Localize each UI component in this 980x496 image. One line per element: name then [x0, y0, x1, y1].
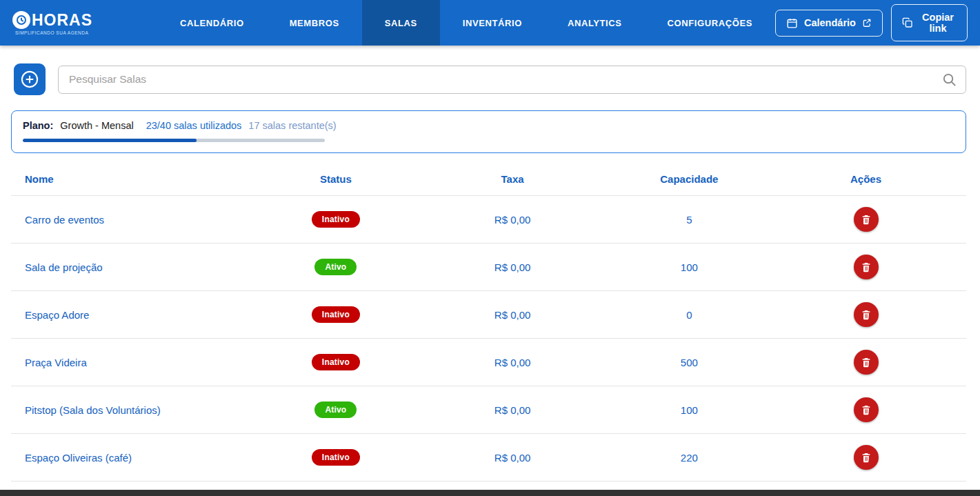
calendar-button[interactable]: Calendário: [775, 10, 883, 37]
nav-item-analytics[interactable]: ANALYTICS: [545, 0, 645, 46]
plan-label: Plano:: [23, 120, 53, 131]
room-fee: R$ 0,00: [412, 214, 613, 226]
table-row: Sala de projeção Ativo R$ 0,00 100: [11, 244, 966, 291]
plan-rooms-remaining: 17 salas restante(s): [248, 120, 336, 131]
copy-link-button-label: Copiar link: [919, 12, 957, 34]
delete-room-button[interactable]: [854, 445, 879, 470]
delete-room-button[interactable]: [854, 255, 879, 279]
room-name[interactable]: Pitstop (Sala dos Voluntários): [11, 404, 259, 416]
brand-logo[interactable]: HORAS SIMPLIFICANDO SUA AGENDA: [12, 11, 116, 35]
nav-item-membros[interactable]: MEMBROS: [267, 0, 362, 46]
room-fee: R$ 0,00: [412, 452, 613, 464]
room-fee: R$ 0,00: [412, 404, 613, 416]
external-link-icon: [862, 18, 872, 28]
table-row: Pitstop (Sala dos Voluntários) Ativo R$ …: [11, 386, 966, 434]
status-badge: Ativo: [314, 259, 357, 275]
plan-card: Plano: Growth - Mensal 23/40 salas utili…: [11, 110, 966, 153]
delete-room-button[interactable]: [854, 350, 879, 375]
plan-progress-fill: [23, 139, 197, 142]
brand-tagline: SIMPLIFICANDO SUA AGENDA: [12, 30, 116, 35]
room-name[interactable]: Espaço Oliveiras (café): [11, 452, 259, 464]
brand-name: HORAS: [32, 11, 92, 30]
calendar-icon: [786, 17, 798, 29]
room-capacity: 500: [613, 357, 766, 368]
delete-room-button[interactable]: [854, 207, 879, 232]
column-header-status: Status: [259, 173, 412, 185]
salas-toolbar: [0, 46, 980, 95]
delete-room-button[interactable]: [854, 302, 879, 327]
delete-room-button[interactable]: [854, 397, 879, 422]
room-capacity: 100: [613, 261, 766, 273]
room-name[interactable]: Carro de eventos: [11, 214, 259, 226]
table-row: Espaço Adore Inativo R$ 0,00 0: [11, 291, 966, 339]
room-capacity: 5: [613, 214, 766, 226]
nav-item-inventario[interactable]: INVENTÁRIO: [440, 0, 545, 46]
room-fee: R$ 0,00: [412, 261, 613, 273]
status-badge: Ativo: [314, 401, 357, 418]
nav-item-configuracoes[interactable]: CONFIGURAÇÕES: [645, 0, 775, 46]
copy-link-button[interactable]: Copiar link: [891, 4, 968, 41]
search-input[interactable]: [58, 66, 966, 94]
status-badge: Inativo: [312, 449, 360, 466]
table-header-row: Nome Status Taxa Capacidade Ações: [11, 163, 966, 196]
top-navbar: HORAS SIMPLIFICANDO SUA AGENDA CALENDÁRI…: [0, 0, 980, 46]
room-capacity: 220: [613, 452, 766, 464]
column-header-capacidade: Capacidade: [613, 173, 766, 185]
status-badge: Inativo: [312, 354, 360, 370]
room-fee: R$ 0,00: [412, 357, 613, 368]
plan-progress-track: [23, 139, 325, 142]
clock-logo-icon: [12, 11, 30, 29]
nav-item-calendario[interactable]: CALENDÁRIO: [157, 0, 267, 46]
copy-icon: [902, 17, 913, 28]
room-capacity: 100: [613, 404, 766, 416]
room-name[interactable]: Praça Videira: [11, 357, 259, 368]
column-header-acoes: Ações: [766, 173, 966, 185]
search-icon: [941, 72, 957, 90]
room-capacity: 0: [613, 309, 766, 321]
plan-name: Growth - Mensal: [60, 120, 133, 131]
plan-rooms-used: 23/40 salas utilizados: [146, 120, 242, 131]
status-badge: Inativo: [312, 211, 360, 228]
room-name[interactable]: Espaço Adore: [11, 309, 259, 321]
header-actions: Calendário Copiar link: [775, 4, 980, 41]
column-header-taxa: Taxa: [412, 173, 613, 185]
search-container: [58, 66, 966, 94]
window-bottom-edge: [0, 490, 980, 496]
calendar-button-label: Calendário: [804, 17, 856, 28]
table-row: Carro de eventos Inativo R$ 0,00 5: [11, 196, 966, 244]
rooms-table: Nome Status Taxa Capacidade Ações Carro …: [11, 163, 966, 482]
table-row: Espaço Oliveiras (café) Inativo R$ 0,00 …: [11, 434, 966, 482]
room-name[interactable]: Sala de projeção: [11, 261, 259, 273]
status-badge: Inativo: [312, 306, 360, 323]
column-header-nome: Nome: [11, 173, 259, 185]
table-row: Praça Videira Inativo R$ 0,00 500: [11, 339, 966, 386]
main-nav: CALENDÁRIO MEMBROS SALAS INVENTÁRIO ANAL…: [157, 0, 775, 46]
add-room-button[interactable]: [14, 63, 46, 95]
nav-item-salas[interactable]: SALAS: [362, 0, 440, 46]
room-fee: R$ 0,00: [412, 309, 613, 321]
